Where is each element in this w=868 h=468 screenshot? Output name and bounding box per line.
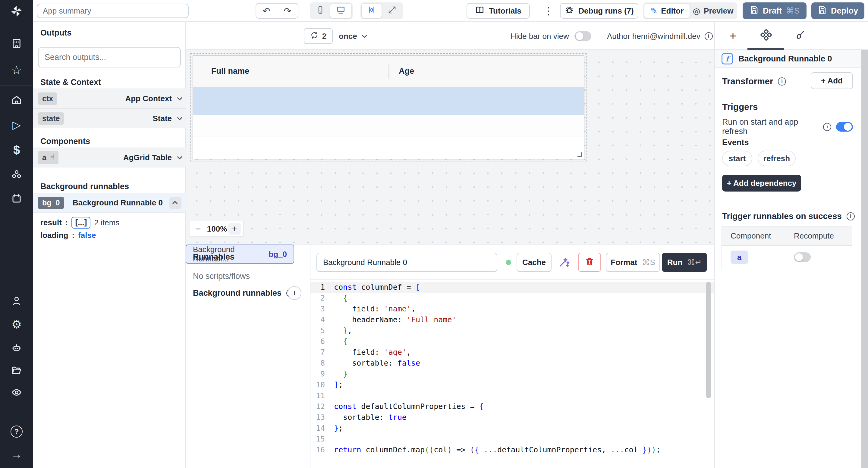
- windmill-logo[interactable]: [0, 4, 33, 18]
- tutorials-button[interactable]: Tutorials: [467, 3, 530, 19]
- run-on-start-toggle[interactable]: [836, 122, 853, 132]
- code-line[interactable]: 6 {: [310, 336, 714, 347]
- chevron-down-icon[interactable]: [177, 115, 182, 120]
- tab-components[interactable]: [757, 28, 775, 43]
- info-icon[interactable]: i: [705, 32, 713, 40]
- redo-button[interactable]: ↷: [277, 4, 298, 18]
- cache-button[interactable]: Cache: [517, 253, 552, 272]
- output-row-state[interactable]: state State: [33, 108, 186, 128]
- chevron-down-icon[interactable]: [177, 154, 182, 159]
- code-line[interactable]: 14};: [310, 423, 714, 434]
- desktop-view-button[interactable]: [330, 4, 351, 18]
- runnable-name-input[interactable]: [316, 253, 497, 272]
- zoom-out-button[interactable]: −: [190, 224, 206, 235]
- output-row-ctx[interactable]: ctx App Context: [33, 89, 186, 108]
- tab-insert-plus[interactable]: +: [724, 28, 742, 43]
- app-summary-input[interactable]: [37, 4, 189, 18]
- tab-styling[interactable]: [791, 28, 809, 43]
- collapse-button[interactable]: [169, 197, 181, 209]
- run-shortcut: ⌘↵: [687, 258, 702, 267]
- delete-button[interactable]: [578, 253, 601, 272]
- tab-preview[interactable]: ◎ Preview: [690, 4, 736, 18]
- app-canvas[interactable]: Full name Age − 100% +: [186, 50, 714, 244]
- aggrid-table-component[interactable]: Full name Age: [193, 56, 584, 159]
- column-header-age[interactable]: Age: [399, 67, 414, 76]
- code-line[interactable]: 1const columnDef = [: [310, 282, 714, 293]
- workers-robot-icon[interactable]: [0, 342, 33, 353]
- add-transformer-button[interactable]: + Add: [811, 72, 853, 89]
- zoom-in-button[interactable]: +: [228, 223, 241, 235]
- code-token: [334, 325, 343, 336]
- favorites-star-icon[interactable]: ☆: [0, 63, 33, 77]
- output-row-bg0[interactable]: bg_0 Background Runnable 0: [33, 193, 186, 212]
- code-line[interactable]: 8 sortable: false: [310, 358, 714, 369]
- ai-wand-button[interactable]: [558, 256, 570, 270]
- code-area[interactable]: 1const columnDef = [2 {3 field: 'name',4…: [310, 280, 714, 468]
- user-icon[interactable]: [0, 295, 33, 306]
- workspace-building-icon[interactable]: [0, 38, 33, 49]
- hide-bar-toggle[interactable]: [575, 31, 591, 41]
- code-token: {: [343, 336, 347, 347]
- panel-scrollbar[interactable]: [861, 50, 868, 468]
- debug-runs-button[interactable]: Debug runs (7): [560, 3, 638, 19]
- section-components: Components: [40, 137, 90, 146]
- code-scrollbar[interactable]: [706, 282, 711, 398]
- undo-button[interactable]: ↶: [256, 4, 277, 18]
- code-line[interactable]: 7 field: 'age',: [310, 347, 714, 358]
- variables-dollar-icon[interactable]: $: [0, 143, 33, 157]
- eye-icon[interactable]: [0, 387, 33, 398]
- deploy-button[interactable]: Deploy: [811, 2, 864, 19]
- code-line[interactable]: 11: [310, 390, 714, 401]
- recompute-toggle[interactable]: [794, 253, 811, 262]
- add-dependency-button[interactable]: + Add dependency: [722, 175, 801, 192]
- resize-handle[interactable]: [578, 153, 582, 157]
- code-line[interactable]: 2 {: [310, 293, 714, 304]
- fullscreen-button[interactable]: [382, 4, 402, 18]
- event-chip-refresh[interactable]: refresh: [758, 151, 796, 166]
- code-token: [479, 444, 484, 455]
- code-line[interactable]: 9 }: [310, 369, 714, 379]
- folder-icon[interactable]: [0, 365, 33, 375]
- info-icon[interactable]: i: [846, 212, 855, 221]
- info-icon[interactable]: i: [823, 123, 831, 131]
- chevron-down-icon[interactable]: [177, 95, 182, 100]
- code-line[interactable]: 13 sortable: true: [310, 412, 714, 423]
- search-outputs-input[interactable]: [38, 47, 181, 67]
- code-line[interactable]: 15: [310, 434, 714, 444]
- draft-button[interactable]: Draft ⌘S: [743, 2, 807, 19]
- code-token: ...: [484, 444, 497, 455]
- kebab-menu-button[interactable]: ⋮: [541, 4, 556, 18]
- center-content-button[interactable]: [362, 4, 381, 18]
- code-line[interactable]: 16return columnDef.map((col) => ({ ...de…: [310, 444, 714, 455]
- run-button[interactable]: Run⌘↵: [662, 253, 707, 272]
- code-line[interactable]: 4 headerName: 'Full name': [310, 314, 714, 325]
- table-row-selected[interactable]: [193, 87, 584, 115]
- result-array-chip[interactable]: [...]: [71, 217, 90, 229]
- collapse-arrow-icon[interactable]: →: [0, 448, 33, 461]
- gear-icon[interactable]: ⚙: [0, 318, 33, 331]
- tab-editor[interactable]: ✎ Editor: [644, 4, 689, 18]
- code-line[interactable]: 3 field: 'name',: [310, 304, 714, 314]
- ctx-type-label: App Context: [125, 94, 172, 103]
- frequency-dropdown[interactable]: once: [339, 28, 366, 44]
- code-token: ;: [338, 423, 343, 434]
- info-icon[interactable]: i: [778, 77, 786, 86]
- help-icon[interactable]: ?: [0, 426, 33, 438]
- code-line[interactable]: 10];: [310, 379, 714, 390]
- mobile-view-button[interactable]: [311, 4, 330, 18]
- column-divider[interactable]: [389, 64, 390, 79]
- output-row-component-a[interactable]: a☝ AgGrid Table: [33, 147, 186, 167]
- column-header-fullname[interactable]: Full name: [211, 67, 249, 76]
- refresh-count-button[interactable]: 2: [304, 28, 333, 44]
- schedules-calendar-icon[interactable]: [0, 193, 33, 204]
- home-icon[interactable]: [0, 95, 33, 105]
- resources-cubes-icon[interactable]: [0, 169, 33, 180]
- component-a-chip[interactable]: a: [731, 250, 748, 264]
- table-row[interactable]: [193, 115, 584, 136]
- code-line[interactable]: 5 },: [310, 325, 714, 336]
- event-chip-start[interactable]: start: [722, 151, 752, 166]
- format-button[interactable]: Format⌘S: [606, 253, 660, 272]
- add-background-runnable-button[interactable]: +: [287, 286, 301, 300]
- code-line[interactable]: 12const defaultColumnProperties = {: [310, 401, 714, 412]
- runs-play-icon[interactable]: ▷: [0, 119, 33, 131]
